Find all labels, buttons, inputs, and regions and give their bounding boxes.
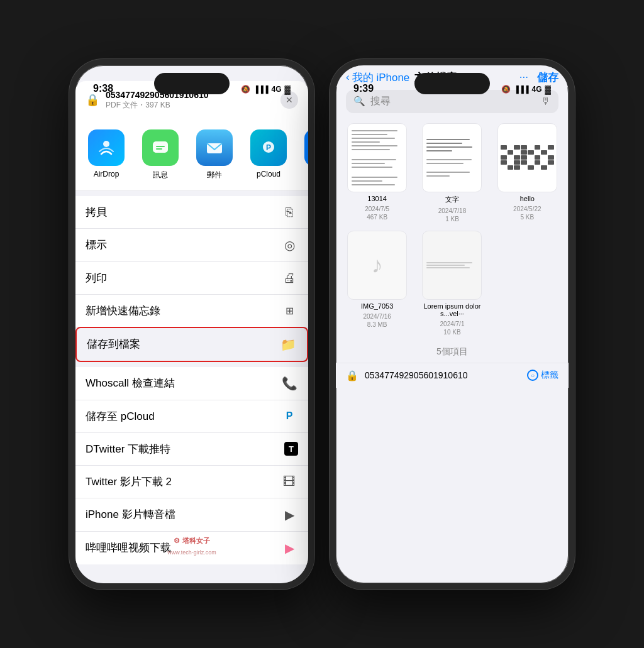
pcloud-share-button[interactable]: P pCloud xyxy=(248,129,289,180)
mail-icon xyxy=(196,129,233,166)
phone1-frame: 9:38 🔕 ▐▐▐ 4G ▓ 🔒 053477492905601910610 … xyxy=(69,59,314,590)
battery-icon: ▓ xyxy=(285,85,291,94)
volume-up-button-2 xyxy=(330,172,330,212)
share-sheet: 🔒 053477492905601910610 PDF 文件・397 KB ✕ xyxy=(75,81,308,583)
iphone-audio-label: iPhone 影片轉音檔 xyxy=(86,507,280,522)
tag-circle-icon: ○ xyxy=(527,370,538,381)
pcloud-save-icon: P xyxy=(280,410,298,422)
dynamic-island-2 xyxy=(414,73,490,94)
phone-icon: 📞 xyxy=(280,376,298,391)
twitter-video-action[interactable]: Twitter 影片下載 2 🎞 xyxy=(75,466,308,498)
bilibili-icon: ▶ xyxy=(280,541,298,556)
markup-icon: ◎ xyxy=(280,238,298,253)
whoscall-label: Whoscall 檢查連結 xyxy=(86,376,280,390)
pcloud-save-label: 儲存至 pCloud xyxy=(86,409,280,424)
file-date-img7053: 2024/7/168.3 MB xyxy=(363,312,391,329)
dtwitter-label: DTwitter 下載推特 xyxy=(86,442,284,456)
phone2-frame: 9:39 🔕 ▐▐▐ 4G ▓ ‹ 我的 iPhone 文件檔案 ⌄ xyxy=(330,59,575,590)
action-list: 拷貝 ⎘ 標示 ◎ 列印 🖨 新增快速備忘錄 ⊞ xyxy=(75,196,308,327)
svg-rect-3 xyxy=(156,146,165,147)
bilibili-action[interactable]: 哔哩哔哩视频下载 ▶ xyxy=(75,532,308,564)
phone2-content: ‹ 我的 iPhone 文件檔案 ⌄ ··· 儲存 🔍 搜尋 🎙 xyxy=(336,65,569,388)
lorem-lines xyxy=(423,258,481,272)
pcloud-icon: P xyxy=(250,129,287,166)
file-date-13014: 2024/7/5467 KB xyxy=(365,205,389,221)
file-item-wenzi[interactable]: 文字 2024/7/181 KB xyxy=(418,123,486,223)
svg-rect-4 xyxy=(156,148,162,150)
iphone-audio-action[interactable]: iPhone 影片轉音檔 ▶ xyxy=(75,498,308,532)
memo-icon: ⊞ xyxy=(280,305,298,317)
power-button-2 xyxy=(574,185,575,241)
file-subtitle: PDF 文件・397 KB xyxy=(106,100,274,111)
text-lines xyxy=(423,135,481,181)
doc-lines xyxy=(348,126,406,190)
time-display-2: 9:39 xyxy=(353,83,374,94)
messages-icon xyxy=(142,129,179,166)
status-icons-2: 🔕 ▐▐▐ 4G ▓ xyxy=(501,85,551,94)
file-date-hello: 2024/5/225 KB xyxy=(513,205,541,221)
item-count: 5個項目 xyxy=(336,341,569,363)
volume-up-button xyxy=(69,172,70,212)
twitter-video-label: Twitter 影片下載 2 xyxy=(86,475,280,489)
file-item-13014[interactable]: 13014 2024/7/5467 KB xyxy=(343,123,411,223)
volume-down-button-2 xyxy=(330,221,330,261)
more-share-button[interactable] xyxy=(302,129,308,180)
save-to-files-label: 儲存到檔案 xyxy=(87,337,279,351)
file-thumbnail-13014 xyxy=(347,123,407,192)
file-item-img7053[interactable]: ♪ IMG_7053 2024/7/168.3 MB xyxy=(343,231,411,336)
markup-action[interactable]: 標示 ◎ xyxy=(75,229,308,262)
save-to-files-action[interactable]: 儲存到檔案 📁 xyxy=(77,328,307,361)
mail-share-button[interactable]: 郵件 xyxy=(194,129,235,180)
file-date-wenzi: 2024/7/181 KB xyxy=(438,207,467,223)
screenshot-container: 9:38 🔕 ▐▐▐ 4G ▓ 🔒 053477492905601910610 … xyxy=(69,59,575,590)
status-icons: 🔕 ▐▐▐ 4G ▓ xyxy=(241,85,291,94)
volume-down-button xyxy=(69,221,70,261)
file-thumbnail-img7053: ♪ xyxy=(347,231,407,300)
lock-icon-bottom: 🔒 xyxy=(346,370,358,382)
markup-label: 標示 xyxy=(86,238,280,252)
pcloud-label: pCloud xyxy=(257,170,280,178)
print-label: 列印 xyxy=(86,271,280,285)
memo-label: 新增快速備忘錄 xyxy=(86,304,280,318)
folder-icon: 📁 xyxy=(279,337,297,352)
memo-action[interactable]: 新增快速備忘錄 ⊞ xyxy=(75,295,308,327)
tag-label: 標籤 xyxy=(541,370,558,381)
play-icon: ▶ xyxy=(280,507,298,522)
film-icon: 🎞 xyxy=(280,475,298,489)
file-thumbnail-wenzi xyxy=(422,123,482,192)
mute-button xyxy=(69,141,70,162)
messages-share-button[interactable]: 訊息 xyxy=(140,129,181,180)
file-item-lorem[interactable]: Lorem ipsum dolor s...vel··· 2024/7/110 … xyxy=(418,231,486,336)
file-item-hello[interactable]: hello 2024/5/225 KB xyxy=(494,123,561,223)
mute-icon: 🔕 xyxy=(241,85,250,94)
action-list-2: Whoscall 檢查連結 📞 儲存至 pCloud P DTwitter 下載… xyxy=(75,367,308,564)
signal-bars-2: ▐▐▐ xyxy=(514,85,528,93)
app-icons-row: AirDrop 訊息 xyxy=(75,119,308,191)
messages-label: 訊息 xyxy=(153,170,168,180)
whoscall-action[interactable]: Whoscall 檢查連結 📞 xyxy=(75,367,308,400)
power-button xyxy=(314,185,314,241)
print-action[interactable]: 列印 🖨 xyxy=(75,262,308,295)
bottom-filename: 053477492905601910610 xyxy=(365,370,521,380)
files-grid: 13014 2024/7/5467 KB xyxy=(336,118,569,341)
pcloud-save-action[interactable]: 儲存至 pCloud P xyxy=(75,400,308,433)
file-thumbnail-hello xyxy=(497,123,557,192)
twitter-icon: T xyxy=(284,442,298,456)
copy-icon: ⎘ xyxy=(280,205,298,219)
file-name-img7053: IMG_7053 xyxy=(361,302,393,310)
copy-action[interactable]: 拷貝 ⎘ xyxy=(75,196,308,229)
battery-icon-2: ▓ xyxy=(545,85,551,94)
file-thumbnail-lorem xyxy=(422,231,482,300)
file-name-wenzi: 文字 xyxy=(445,195,459,204)
network-type-2: 4G xyxy=(532,85,542,94)
tag-button[interactable]: ○ 標籤 xyxy=(527,370,558,381)
airdrop-share-button[interactable]: AirDrop xyxy=(86,129,127,180)
airdrop-label: AirDrop xyxy=(94,170,119,178)
highlighted-action-wrapper: 儲存到檔案 📁 xyxy=(75,327,308,362)
file-name-13014: 13014 xyxy=(367,195,387,202)
file-name-lorem: Lorem ipsum dolor s...vel··· xyxy=(418,302,486,317)
mute-icon-2: 🔕 xyxy=(501,85,511,94)
dtwitter-action[interactable]: DTwitter 下載推特 T xyxy=(75,433,308,466)
airdrop-icon xyxy=(88,129,125,166)
pattern-grid xyxy=(498,143,557,172)
